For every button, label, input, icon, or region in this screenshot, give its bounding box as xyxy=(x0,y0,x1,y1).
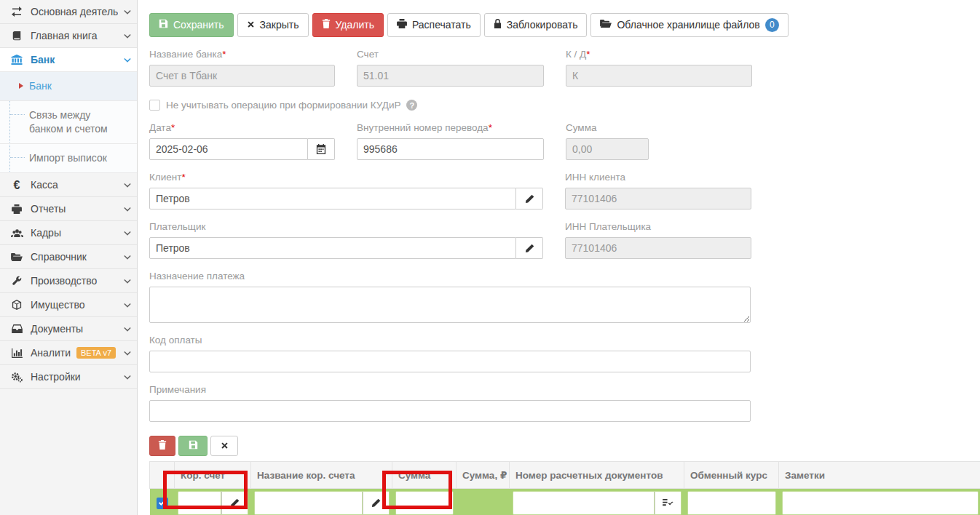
account-field xyxy=(357,65,544,87)
gears-icon xyxy=(9,372,25,383)
form-row-bank: Название банка* Счет К / Д* xyxy=(149,37,980,87)
wrench-icon xyxy=(9,276,25,286)
chevron-down-icon xyxy=(124,279,131,284)
cell-notes xyxy=(779,489,980,515)
sidebar-item-label: Имущество xyxy=(31,299,118,311)
trash-icon xyxy=(158,440,167,452)
row-cancel-button[interactable] xyxy=(210,436,238,456)
kor-schet-field[interactable] xyxy=(178,491,221,515)
table-row xyxy=(150,489,980,515)
chevron-down-icon xyxy=(124,255,131,260)
list-check-icon[interactable] xyxy=(655,491,681,515)
submenu-item-bank[interactable]: Банк xyxy=(0,72,137,101)
purpose-field[interactable] xyxy=(149,287,751,323)
close-button-label: Закрыть xyxy=(260,19,299,31)
sidebar-item-settings[interactable]: Настройки xyxy=(0,365,137,389)
bank-submenu: Банк Связь между банком и счетом Импорт … xyxy=(0,72,137,173)
header-doc-number: Номер расчетных документов xyxy=(510,462,684,489)
notes-label: Примечания xyxy=(149,384,751,395)
header-summa: Сумма xyxy=(392,462,457,489)
submenu-item-label: Импорт выписок xyxy=(29,152,107,164)
form-row-purpose: Назначение платежа xyxy=(149,259,751,323)
trash-icon xyxy=(322,19,331,31)
sidebar-item-label: Отчеты xyxy=(31,203,118,215)
printer-icon xyxy=(397,19,407,31)
main-content: Сохранить Закрыть Удалить Распечатать За… xyxy=(138,0,980,515)
close-icon xyxy=(221,441,229,452)
close-button[interactable]: Закрыть xyxy=(237,13,309,37)
kudir-checkbox[interactable] xyxy=(149,100,160,111)
cell-exchange-rate xyxy=(684,489,779,515)
cloud-storage-button[interactable]: Облачное хранилище файлов 0 xyxy=(590,13,788,37)
sidebar-item-analytics[interactable]: Аналитика BETA v7 xyxy=(0,341,137,365)
payment-code-field[interactable] xyxy=(149,351,751,372)
account-label: Счет xyxy=(357,49,544,60)
delete-button[interactable]: Удалить xyxy=(312,13,384,37)
form-row-payer: Плательщик ИНН Плательщика xyxy=(149,209,980,259)
notes-field[interactable] xyxy=(149,400,751,422)
kor-schet-name-field[interactable] xyxy=(254,491,363,515)
folder-open-icon xyxy=(9,252,25,262)
sidebar-item-label: Производство xyxy=(31,275,118,287)
pencil-icon[interactable] xyxy=(363,491,390,515)
transfer-number-label: Внутренний номер перевода* xyxy=(357,122,544,133)
sidebar-item-general-ledger[interactable]: Главная книга xyxy=(0,24,137,48)
submenu-item-bank-account-link[interactable]: Связь между банком и счетом xyxy=(0,101,137,144)
sidebar-item-main-activity[interactable]: Основная деятельность xyxy=(0,0,137,24)
summa-field[interactable] xyxy=(395,491,454,515)
cell-doc-number xyxy=(510,489,684,515)
floppy-icon xyxy=(159,19,168,31)
save-button[interactable]: Сохранить xyxy=(149,13,234,37)
exchange-rate-field[interactable] xyxy=(687,491,776,515)
entries-table: Кор. счет Название кор. счета Сумма Сумм… xyxy=(149,461,980,515)
payer-field[interactable] xyxy=(149,237,516,259)
pencil-icon[interactable] xyxy=(221,491,248,515)
calendar-icon[interactable] xyxy=(308,138,335,160)
chevron-down-icon xyxy=(124,33,131,39)
chevron-down-icon xyxy=(124,303,131,308)
pencil-icon[interactable] xyxy=(516,188,543,209)
sidebar-item-hr[interactable]: Кадры xyxy=(0,221,137,245)
sidebar-item-property[interactable]: Имущество xyxy=(0,293,137,317)
lock-button[interactable]: Заблокировать xyxy=(484,13,588,37)
chevron-down-icon xyxy=(124,183,131,188)
kd-field xyxy=(566,65,752,87)
date-field[interactable] xyxy=(149,138,308,160)
sidebar-item-cash[interactable]: € Касса xyxy=(0,173,137,197)
payer-label: Плательщик xyxy=(149,221,543,232)
sidebar-item-documents[interactable]: Документы xyxy=(0,317,137,341)
row-delete-button[interactable] xyxy=(149,436,175,456)
sidebar-item-bank[interactable]: Банк xyxy=(0,48,137,72)
lock-icon xyxy=(494,19,502,31)
cloud-storage-button-label: Облачное хранилище файлов xyxy=(617,19,759,31)
client-field[interactable] xyxy=(149,188,516,209)
beta-badge: BETA v7 xyxy=(76,347,116,359)
question-circle-icon[interactable]: ? xyxy=(406,100,417,111)
client-label: Клиент* xyxy=(149,172,543,183)
cell-kor-schet-name xyxy=(251,489,392,515)
toolbar: Сохранить Закрыть Удалить Распечатать За… xyxy=(149,13,980,37)
floppy-icon xyxy=(189,440,198,452)
pencil-icon[interactable] xyxy=(516,237,543,259)
sidebar-item-label: Главная книга xyxy=(31,30,118,41)
cell-summa xyxy=(392,489,457,515)
row-save-button[interactable] xyxy=(178,436,208,456)
sidebar-item-label: Кадры xyxy=(31,227,118,239)
cell-kor-schet xyxy=(175,489,251,515)
header-summa-rub: Сумма, ₽ xyxy=(457,462,510,489)
kudir-row: Не учитывать операцию при формировании К… xyxy=(149,100,980,111)
sidebar-item-reports[interactable]: Отчеты xyxy=(0,197,137,221)
print-button[interactable]: Распечатать xyxy=(387,13,481,37)
bar-chart-icon xyxy=(9,348,25,358)
kd-label: К / Д* xyxy=(566,49,752,60)
sidebar-item-directory[interactable]: Справочник xyxy=(0,245,137,269)
sidebar-item-production[interactable]: Производство xyxy=(0,269,137,293)
doc-number-field[interactable] xyxy=(513,491,655,515)
transfer-number-field[interactable] xyxy=(357,138,544,160)
printer-icon xyxy=(9,204,25,214)
book-icon xyxy=(9,31,25,41)
sidebar-item-label: Документы xyxy=(31,323,118,335)
row-checkbox[interactable] xyxy=(157,498,168,509)
submenu-item-import-statements[interactable]: Импорт выписок xyxy=(0,144,137,173)
row-notes-field[interactable] xyxy=(782,491,979,515)
